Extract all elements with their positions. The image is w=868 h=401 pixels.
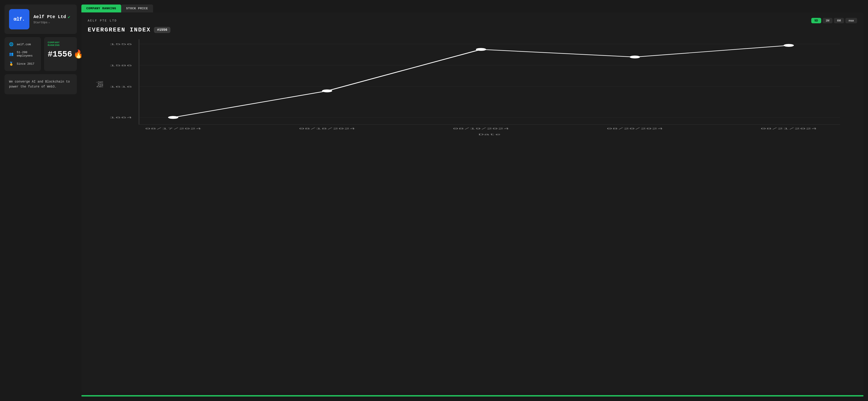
info-card-left: 🌐 aelf.com 👥 51-200 employees 🏅 Since 20… — [4, 37, 41, 71]
svg-text:1664: 1664 — [110, 116, 132, 119]
chart-container: AELF PTE LTD 5D 1M 6M max EVERGREEN INDE… — [81, 12, 864, 393]
chart-company-name: AELF PTE LTD — [88, 19, 117, 22]
founded-icon: 🏅 — [8, 61, 14, 67]
tab-company-ranking[interactable]: COMPANY RANKING — [81, 4, 121, 12]
svg-text:1616: 1616 — [110, 85, 132, 88]
data-point-3 — [476, 48, 486, 51]
company-info: Aelf Pte Ltd ✔ StartUps ✏ — [33, 14, 70, 24]
chart-line — [173, 46, 789, 117]
description-text: We converge AI and Blockchain to power t… — [9, 79, 72, 89]
rank-chart: 1556 1586 1616 1664 Rank 08/17/2024 08/1… — [88, 37, 857, 136]
website-label[interactable]: aelf.com — [17, 43, 31, 46]
data-point-4 — [630, 56, 640, 59]
tab-stock-price[interactable]: STOCK PRICE — [121, 4, 153, 12]
info-cards: 🌐 aelf.com 👥 51-200 employees 🏅 Since 20… — [4, 37, 77, 71]
left-panel: œlf. Aelf Pte Ltd ✔ StartUps ✏ 🌐 aelf.co… — [4, 4, 77, 397]
employees-label: 51-200 employees — [17, 51, 37, 57]
svg-text:1586: 1586 — [110, 64, 132, 67]
svg-text:08/21/2024: 08/21/2024 — [761, 127, 817, 130]
svg-text:08/19/2024: 08/19/2024 — [453, 127, 509, 130]
employees-icon: 👥 — [8, 51, 14, 57]
svg-text:1556: 1556 — [110, 43, 132, 46]
company-name: Aelf Pte Ltd ✔ — [33, 14, 70, 20]
ranking-card: COMPANY RANKING #1556 🔥 — [44, 37, 77, 71]
founded-row: 🏅 Since 2017 — [8, 61, 37, 67]
chart-title: EVERGREEN INDEX — [88, 26, 151, 33]
company-header-card: œlf. Aelf Pte Ltd ✔ StartUps ✏ — [4, 4, 77, 34]
svg-text:Date: Date — [478, 133, 501, 136]
right-panel: COMPANY RANKING STOCK PRICE AELF PTE LTD… — [81, 4, 864, 397]
svg-text:08/18/2024: 08/18/2024 — [299, 127, 355, 130]
founded-label: Since 2017 — [17, 62, 34, 65]
svg-text:Rank: Rank — [95, 81, 106, 88]
chart-title-row: EVERGREEN INDEX #1556 — [88, 26, 857, 33]
svg-text:08/20/2024: 08/20/2024 — [607, 127, 663, 130]
rank-badge: #1556 — [154, 27, 170, 33]
ranking-label: COMPANY RANKING — [48, 41, 73, 47]
tabs-bar: COMPANY RANKING STOCK PRICE — [81, 4, 864, 12]
time-buttons: 5D 1M 6M max — [811, 18, 857, 23]
bottom-bar — [81, 395, 864, 397]
website-row: 🌐 aelf.com — [8, 41, 37, 48]
ranking-value: #1556 🔥 — [48, 49, 73, 59]
time-btn-6m[interactable]: 6M — [834, 18, 844, 23]
company-logo: œlf. — [9, 9, 29, 29]
chart-header: AELF PTE LTD 5D 1M 6M max — [88, 18, 857, 23]
verified-icon: ✔ — [68, 15, 70, 20]
website-icon: 🌐 — [8, 41, 14, 48]
description-card: We converge AI and Blockchain to power t… — [4, 74, 77, 94]
svg-text:08/17/2024: 08/17/2024 — [145, 127, 202, 130]
time-btn-max[interactable]: max — [845, 18, 857, 23]
employees-row: 👥 51-200 employees — [8, 51, 37, 57]
data-point-2 — [322, 90, 332, 92]
edit-icon[interactable]: ✏ — [49, 21, 50, 24]
data-point-5 — [784, 44, 794, 47]
time-btn-5d[interactable]: 5D — [811, 18, 821, 23]
company-category: StartUps ✏ — [33, 21, 70, 24]
data-point-1 — [168, 116, 178, 119]
time-btn-1m[interactable]: 1M — [823, 18, 833, 23]
